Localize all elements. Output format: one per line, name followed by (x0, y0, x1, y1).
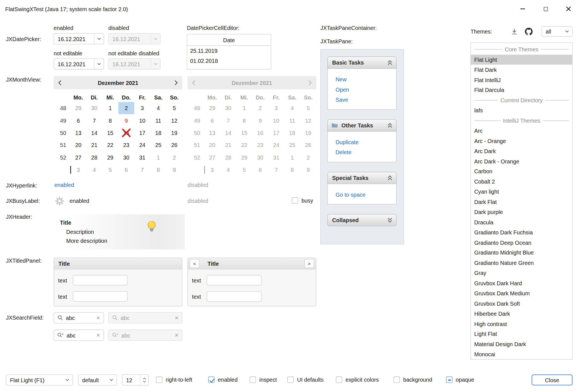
calendar-day[interactable]: 23 (118, 139, 134, 151)
calendar-day[interactable]: 8 (150, 164, 166, 176)
theme-list-item[interactable]: Carbon (471, 166, 572, 176)
calendar-day[interactable]: 28 (86, 151, 102, 164)
minimize-button[interactable] (511, 0, 534, 18)
calendar-day[interactable]: 30 (118, 151, 134, 164)
taskpane-header[interactable]: Collapsed (327, 214, 397, 226)
theme-list-item[interactable]: Cyan light (471, 187, 572, 197)
theme-list-item[interactable]: Gradianto Midnight Blue (471, 248, 572, 258)
download-icon[interactable] (510, 27, 519, 36)
checkbox-explicit-colors[interactable] (336, 377, 342, 383)
text-input[interactable] (73, 291, 128, 301)
datepicker-not-editable[interactable]: 16.12.2021 (54, 58, 104, 70)
calendar-day[interactable]: 11 (150, 114, 166, 127)
calendar-day[interactable]: 14 (86, 127, 102, 139)
table-cell-date[interactable]: 01.02.2018 (187, 56, 271, 66)
taskpane-link[interactable]: Save (336, 95, 393, 105)
theme-list-item[interactable]: Dark purple (471, 207, 572, 217)
window-close-button[interactable] (557, 0, 580, 18)
taskpane-header[interactable]: Other Tasks (327, 119, 397, 132)
calendar-day[interactable]: 2 (166, 151, 182, 164)
taskpane-header[interactable]: Special Tasks (327, 172, 397, 184)
theme-list-item[interactable]: Dark Flat (471, 197, 572, 207)
chevron-down-icon[interactable] (94, 59, 103, 69)
calendar-day[interactable]: 4 (150, 102, 166, 114)
calendar-day[interactable]: 13 (70, 127, 86, 139)
calendar-day[interactable]: 1 (150, 151, 166, 164)
collapse-icon[interactable] (387, 60, 393, 66)
calendar-day[interactable]: 9 (166, 164, 182, 176)
calendar-day[interactable]: 27 (70, 151, 86, 164)
checkbox-ui-defaults[interactable] (287, 377, 294, 383)
theme-list-item[interactable]: Nord (471, 359, 572, 360)
calendar-day[interactable]: 20 (70, 139, 86, 151)
calendar-day[interactable]: 18 (150, 127, 166, 139)
calendar-day[interactable]: 24 (134, 139, 150, 151)
taskpane-header[interactable]: Basic Tasks (327, 56, 397, 69)
checkbox-enabled[interactable] (208, 377, 214, 383)
taskpane-link[interactable]: Delete (336, 147, 393, 157)
laf-combobox[interactable]: Flat Light (F1) (6, 374, 73, 386)
calendar-day[interactable]: 12 (166, 114, 182, 127)
expand-icon[interactable] (387, 217, 393, 223)
calendar-day[interactable]: 3 (134, 102, 150, 114)
calendar-day[interactable]: 19 (166, 127, 182, 139)
calendar-day[interactable]: 5 (166, 102, 182, 114)
theme-list-item[interactable]: Light Flat (471, 329, 572, 339)
theme-list-item[interactable]: Flat Light (471, 54, 572, 65)
theme-list-item[interactable]: Arc (471, 126, 572, 136)
datepicker-value[interactable]: 16.12.2021 (54, 36, 94, 42)
searchfield-enabled[interactable]: abc ✕ (54, 312, 104, 324)
calendar-day[interactable]: 30 (86, 102, 102, 114)
calendar-day[interactable]: 6 (118, 164, 134, 176)
clear-icon[interactable]: ✕ (96, 332, 100, 338)
calendar-day[interactable]: 16 (118, 127, 134, 139)
calendar-day[interactable]: 7 (86, 114, 102, 127)
calendar-day[interactable]: 10 (134, 114, 150, 127)
theme-list-item[interactable]: Flat IntelliJ (471, 75, 572, 85)
theme-list-item[interactable]: Gradianto Nature Green (471, 258, 572, 268)
theme-list-item[interactable]: Gruvbox Dark Soft (471, 298, 572, 308)
datepicker-enabled[interactable]: 16.12.2021 (54, 33, 104, 44)
taskpane-link[interactable]: Duplicate (336, 137, 393, 147)
spinner-buttons[interactable] (140, 375, 148, 385)
clear-icon[interactable]: ✕ (96, 315, 100, 321)
calendar-day[interactable]: 15 (102, 127, 118, 139)
theme-list-item[interactable]: Flat Darcula (471, 85, 572, 95)
theme-list-item[interactable]: Arc Dark - Orange (471, 156, 572, 166)
calendar-day[interactable]: 25 (150, 139, 166, 151)
font-combobox[interactable]: default (78, 374, 117, 386)
theme-list-item[interactable]: High contrast (471, 319, 572, 329)
calendar-day[interactable]: 8 (102, 114, 118, 127)
calendar-day[interactable]: 29 (102, 151, 118, 164)
calendar-day[interactable]: 6 (70, 114, 86, 127)
calendar-day[interactable]: 7 (134, 164, 150, 176)
theme-list-item[interactable]: lafs (471, 105, 572, 115)
searchfield-menu-enabled[interactable]: abc ✕ (54, 330, 104, 341)
theme-list-item[interactable]: Hiberbee Dark (471, 308, 572, 319)
theme-list-item[interactable]: Arc - Orange (471, 136, 572, 146)
theme-list-item[interactable]: Gruvbox Dark Medium (471, 288, 572, 298)
prev-month-button[interactable] (58, 80, 62, 85)
calendar-day[interactable]: 4 (86, 164, 102, 176)
search-input[interactable]: abc (67, 332, 94, 338)
calendar-day[interactable]: 5 (102, 164, 118, 176)
theme-list-item[interactable]: Monocai (471, 349, 572, 359)
text-input[interactable] (73, 275, 128, 285)
text-input[interactable] (207, 291, 261, 301)
collapse-icon[interactable] (387, 175, 393, 181)
collapse-icon[interactable] (387, 122, 393, 128)
github-icon[interactable] (524, 27, 533, 36)
theme-list-item[interactable]: Gradianto Dark Fuchsia (471, 227, 572, 237)
theme-filter-combobox[interactable]: all (541, 26, 572, 37)
theme-list-item[interactable]: Gray (471, 268, 572, 278)
theme-list-item[interactable]: Material Design Dark (471, 339, 572, 349)
checkbox-right-to-left[interactable] (156, 377, 162, 383)
checkbox-inspect[interactable] (250, 377, 256, 383)
chevron-down-icon[interactable] (94, 34, 103, 44)
checkbox-opaque[interactable] (446, 377, 452, 383)
theme-list-item[interactable]: Cobalt 2 (471, 177, 572, 187)
theme-list-item[interactable]: Dracula (471, 217, 572, 227)
font-size-value[interactable]: 12 (122, 377, 140, 383)
theme-list-item[interactable]: Arc Dark (471, 146, 572, 156)
taskpane-link[interactable]: Go to space (336, 189, 393, 199)
